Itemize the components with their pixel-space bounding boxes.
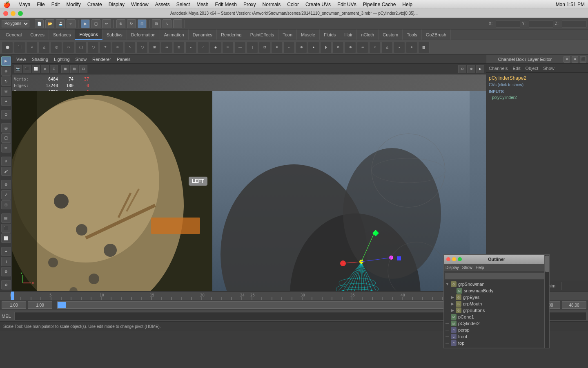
outliner-item-pCylinder2[interactable]: — M pCylinder2	[445, 320, 548, 327]
rotate-mode-btn[interactable]: ↻	[1, 76, 11, 86]
cb-cvs-label[interactable]: CVs (click to show)	[489, 83, 586, 87]
vp-layout-btn[interactable]: ▤	[70, 65, 78, 73]
lasso-btn[interactable]: ◯	[1, 133, 11, 143]
tab-polygons[interactable]: Polygons	[75, 29, 102, 40]
shelf-triangulate-icon[interactable]: △	[381, 42, 393, 53]
window-controls[interactable]	[3, 11, 23, 16]
shelf-crease-icon[interactable]: ≡	[271, 42, 283, 53]
minimize-button[interactable]	[11, 11, 16, 16]
tab-toon[interactable]: Toon	[278, 29, 297, 40]
rotate-tool-btn[interactable]: ↻	[127, 19, 136, 28]
camera-zoom-btn[interactable]: ⊞	[1, 200, 11, 210]
tab-subdivs[interactable]: Subdivs	[102, 29, 127, 40]
shelf-cleanup-icon[interactable]: ✦	[406, 42, 417, 53]
mode-select[interactable]: Polygons	[2, 20, 29, 27]
snap-point-btn[interactable]: ·	[173, 19, 182, 28]
file-open-btn[interactable]: 📂	[45, 19, 54, 28]
select-tool-btn[interactable]: ▶	[81, 19, 90, 28]
rig-btn[interactable]: ⊛	[1, 267, 11, 276]
move-tool-btn[interactable]: ⊕	[116, 19, 125, 28]
tab-general[interactable]: General	[2, 29, 26, 40]
shelf-boolean-icon[interactable]: ⊕	[345, 42, 356, 53]
paint-select-btn[interactable]: ✏	[1, 144, 11, 153]
vp-iso-btn[interactable]: ⊞	[50, 65, 58, 73]
shelf-subdiv-icon[interactable]: ⊞	[149, 42, 160, 53]
translate-x[interactable]	[496, 20, 520, 27]
shelf-mirror-icon[interactable]: ⇔	[161, 42, 172, 53]
tab-ncloth[interactable]: nCloth	[357, 29, 379, 40]
shelf-offset-icon[interactable]: ⊡	[259, 42, 270, 53]
soft-select-btn[interactable]: ◎	[1, 123, 11, 132]
vp-manip-btn[interactable]: ⊕	[467, 65, 475, 73]
outliner-traffic-lights[interactable]	[446, 257, 462, 261]
vp-xray-btn[interactable]: ◈	[41, 65, 49, 73]
camera-track-btn[interactable]: ⤢	[1, 190, 11, 200]
cb-input-item[interactable]: polyCylinder2	[489, 95, 586, 100]
outliner-item-grpEyes[interactable]: ▶ G grpEyes	[445, 294, 548, 301]
translate-z[interactable]	[562, 20, 586, 27]
shelf-cube-icon[interactable]: ⬛	[14, 42, 25, 53]
expand-icon[interactable]: ▶	[451, 295, 454, 299]
vp-menu-show[interactable]: Show	[73, 57, 89, 62]
cb-tab-object[interactable]: Object	[525, 66, 538, 71]
cb-expand-btn[interactable]: ⬛	[580, 56, 586, 63]
tab-fluids[interactable]: Fluids	[320, 29, 340, 40]
file-save-btn[interactable]: 💾	[56, 19, 65, 28]
shelf-insert-edge-icon[interactable]: |	[247, 42, 258, 53]
vp-menu-renderer[interactable]: Renderer	[90, 57, 114, 62]
shelf-checker-icon[interactable]: ▩	[418, 42, 430, 53]
expand-icon[interactable]: ▶	[451, 308, 454, 312]
tab-surfaces[interactable]: Surfaces	[49, 29, 75, 40]
menu-file[interactable]: File	[37, 2, 45, 7]
fx-btn[interactable]: ✦	[1, 247, 11, 256]
misc-btn[interactable]: ⚙	[1, 280, 11, 289]
tab-hair[interactable]: Hair	[340, 29, 357, 40]
scale-mode-btn[interactable]: ⊞	[1, 87, 11, 96]
ipr-render-btn[interactable]: ⬜	[1, 233, 11, 243]
menu-proxy[interactable]: Proxy	[243, 2, 256, 7]
outliner-item-pCone1[interactable]: — M pCone1	[445, 314, 548, 320]
expand-icon[interactable]: ▶	[451, 302, 454, 306]
vp-menu-view[interactable]: View	[14, 57, 29, 62]
vp-menu-shading[interactable]: Shading	[29, 57, 51, 62]
menu-create-uvs[interactable]: Create UVs	[305, 2, 331, 7]
tl-playhead[interactable]	[58, 302, 66, 308]
shelf-plane-icon[interactable]: ▭	[63, 42, 74, 53]
vp-sel-btn[interactable]: ▶	[476, 65, 484, 73]
shelf-helix-icon[interactable]: ∿	[124, 42, 136, 53]
tl-total-frames[interactable]: 48.00	[562, 301, 586, 309]
shelf-target-icon[interactable]: ⊕	[296, 42, 307, 53]
menu-window[interactable]: Window	[131, 2, 149, 7]
shelf-bevel-icon[interactable]: ⌐	[185, 42, 197, 53]
cb-tab-show[interactable]: Show	[543, 66, 555, 71]
scale-tool-btn[interactable]: ⊞	[138, 19, 147, 28]
select-mode-btn[interactable]: ▶	[1, 56, 11, 66]
undo-btn[interactable]: ↩	[67, 19, 76, 28]
outliner-item-grpSnowman[interactable]: ▼ G grpSnowman	[445, 281, 548, 287]
vp-cam-btn[interactable]: 📷	[14, 65, 22, 73]
outliner-item-front[interactable]: — C front	[445, 333, 548, 340]
snap-grid-btn[interactable]: ⊞	[152, 19, 161, 28]
shelf-duplicate-icon[interactable]: ⧉	[332, 42, 344, 53]
shelf-extrude-icon[interactable]: ⊟	[173, 42, 185, 53]
menu-edit-mesh[interactable]: Edit Mesh	[215, 2, 237, 7]
vp-shade-btn[interactable]: ⬛	[23, 65, 31, 73]
left-viewport[interactable]: LEFT X Y	[12, 91, 212, 291]
outliner-maximize-btn[interactable]	[458, 257, 462, 261]
expand-icon[interactable]: ▼	[445, 282, 449, 286]
tab-tools[interactable]: Tools	[403, 29, 422, 40]
tab-rendering[interactable]: Rendering	[217, 29, 246, 40]
tab-muscle[interactable]: Muscle	[297, 29, 320, 40]
shelf-connect-icon[interactable]: —	[234, 42, 246, 53]
shelf-multi-cut-icon[interactable]: ✂	[222, 42, 234, 53]
outliner-item-top[interactable]: — C top	[445, 340, 548, 346]
outliner-item-grpButtons[interactable]: ▶ G grpButtons	[445, 307, 548, 314]
tab-curves[interactable]: Curves	[26, 29, 49, 40]
viewport[interactable]: Verts: 6484 74 37 Edges: 13240 180 0 Fac…	[12, 74, 486, 291]
tab-dynamics[interactable]: Dynamics	[189, 29, 217, 40]
menu-create[interactable]: Create	[87, 2, 102, 7]
outliner-item-snowmanBody[interactable]: — M snowmanBody	[445, 287, 548, 294]
shelf-poke-icon[interactable]: ▲	[308, 42, 319, 53]
move-mode-btn[interactable]: ⊕	[1, 67, 11, 76]
shelf-fill-icon[interactable]: ◈	[210, 42, 221, 53]
